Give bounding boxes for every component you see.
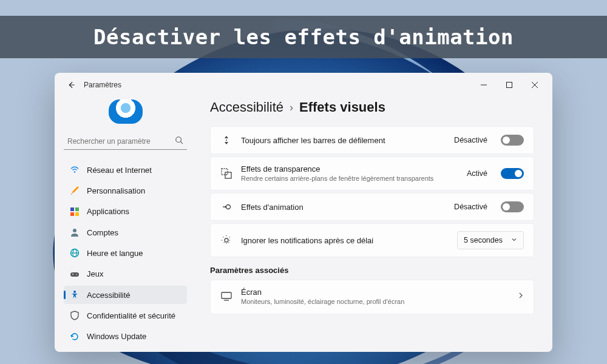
svg-point-18 [76, 274, 77, 275]
sidebar-item-label: Heure et langue [87, 249, 143, 258]
toggle-state: Désactivé [454, 203, 487, 211]
svg-rect-24 [225, 172, 231, 178]
update-icon [70, 332, 80, 342]
apps-icon [70, 207, 80, 217]
svg-rect-20 [73, 273, 73, 275]
page-title: Effets visuels [299, 99, 385, 115]
svg-rect-17 [70, 272, 79, 277]
svg-rect-37 [222, 292, 231, 298]
main: Accessibilité › Effets visuels Toujours … [194, 97, 552, 352]
svg-line-36 [223, 243, 225, 244]
dropdown-value: 5 secondes [464, 236, 503, 244]
svg-rect-3 [507, 83, 512, 88]
svg-rect-11 [70, 212, 74, 216]
related-title: Écran [241, 288, 509, 297]
setting-notifications: Ignorer les notifications après ce délai… [210, 223, 534, 257]
accessibility-icon [70, 290, 80, 300]
sidebar-item-label: Windows Update [87, 332, 146, 341]
maximize-button[interactable] [497, 76, 522, 94]
shield-icon [70, 311, 80, 320]
person-icon [70, 228, 80, 237]
banner: Désactiver les effets d'animation [0, 16, 607, 58]
sidebar-item-label: Accessibilité [87, 291, 131, 300]
window-body: Réseau et Internet Personnalisation Appl… [55, 97, 552, 352]
svg-rect-10 [75, 207, 79, 211]
svg-line-33 [223, 237, 225, 238]
sidebar-item-label: Applications [87, 207, 129, 216]
brightness-icon [220, 234, 232, 246]
sidebar-item-time-language[interactable]: Heure et langue [64, 244, 187, 262]
sidebar-item-label: Confidentialité et sécurité [87, 311, 175, 320]
setting-transparency: Effets de transparence Rendre certains a… [210, 157, 534, 190]
svg-point-27 [226, 205, 231, 209]
back-button[interactable] [67, 81, 75, 89]
sidebar-item-label: Réseau et Internet [87, 166, 152, 175]
svg-rect-9 [70, 207, 74, 211]
breadcrumb: Accessibilité › Effets visuels [210, 99, 534, 115]
svg-line-34 [229, 243, 230, 244]
search-input[interactable] [67, 137, 175, 146]
sidebar-item-accessibility[interactable]: Accessibilité [64, 286, 187, 304]
sidebar-item-label: Comptes [87, 228, 118, 237]
sidebar-item-privacy[interactable]: Confidentialité et sécurité [64, 306, 187, 325]
animation-icon [220, 201, 232, 213]
sidebar: Réseau et Internet Personnalisation Appl… [55, 97, 194, 352]
settings-window: Paramètres Réseau et Internet Personnali… [55, 73, 552, 352]
toggle-transparency[interactable] [501, 168, 524, 179]
setting-title: Effets de transparence [241, 164, 458, 174]
wifi-icon [70, 165, 80, 175]
titlebar: Paramètres [55, 73, 552, 97]
breadcrumb-parent[interactable]: Accessibilité [210, 99, 283, 115]
related-subtitle: Moniteurs, luminosité, éclairage nocturn… [241, 297, 509, 306]
chevron-right-icon [518, 291, 524, 302]
transparency-icon [220, 167, 232, 180]
setting-title: Effets d'animation [241, 203, 446, 212]
search-icon [175, 136, 183, 147]
avatar-row [64, 97, 187, 131]
search-box[interactable] [64, 133, 187, 150]
window-title: Paramètres [84, 81, 121, 89]
related-heading: Paramètres associés [210, 266, 534, 275]
svg-point-21 [73, 291, 76, 293]
minimize-button[interactable] [471, 76, 497, 94]
sidebar-item-apps[interactable]: Applications [64, 203, 187, 221]
gamepad-icon [70, 269, 80, 279]
sidebar-item-personalization[interactable]: Personnalisation [64, 181, 187, 200]
avatar[interactable] [109, 99, 143, 124]
toggle-state: Activé [467, 169, 487, 178]
svg-point-25 [223, 206, 224, 207]
close-button[interactable] [522, 76, 548, 94]
toggle-animation[interactable] [501, 201, 524, 212]
banner-title: Désactiver les effets d'animation [93, 25, 514, 49]
sidebar-item-gaming[interactable]: Jeux [64, 265, 187, 283]
svg-point-13 [73, 229, 76, 232]
globe-icon [70, 248, 80, 258]
svg-line-7 [181, 142, 183, 144]
svg-rect-23 [222, 169, 228, 175]
toggle-state: Désactivé [454, 136, 487, 144]
setting-animation: Effets d'animation Désactivé [210, 193, 534, 221]
setting-title: Ignorer les notifications après ce délai [241, 236, 449, 245]
setting-subtitle: Rendre certains arrière-plans de fenêtre… [241, 174, 458, 183]
svg-point-8 [74, 171, 76, 173]
monitor-icon [220, 291, 232, 303]
svg-point-28 [225, 238, 228, 242]
chevron-right-icon: › [290, 101, 293, 114]
svg-rect-12 [75, 212, 79, 216]
notifications-delay-dropdown[interactable]: 5 secondes [457, 231, 524, 249]
sidebar-item-label: Jeux [87, 269, 103, 278]
setting-scrollbars: Toujours afficher les barres de défileme… [210, 126, 534, 154]
brush-icon [70, 186, 80, 195]
related-screen[interactable]: Écran Moniteurs, luminosité, éclairage n… [210, 280, 534, 314]
svg-point-6 [176, 137, 181, 143]
svg-point-22 [226, 140, 227, 141]
svg-line-35 [229, 237, 230, 238]
sidebar-item-windows-update[interactable]: Windows Update [64, 328, 187, 346]
sidebar-item-label: Personnalisation [87, 186, 145, 195]
toggle-scrollbars[interactable] [501, 135, 524, 146]
sidebar-item-network[interactable]: Réseau et Internet [64, 161, 187, 179]
scroll-icon [220, 134, 232, 146]
sidebar-item-accounts[interactable]: Comptes [64, 223, 187, 241]
chevron-down-icon [511, 236, 517, 244]
setting-title: Toujours afficher les barres de défileme… [241, 136, 446, 145]
